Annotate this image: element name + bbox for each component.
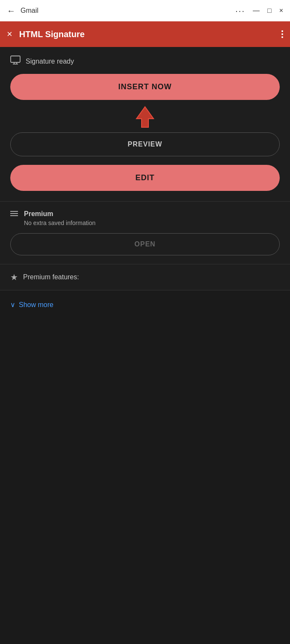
premium-section: Premium No extra saved information OPEN xyxy=(0,202,290,264)
more-options-icon[interactable]: ··· xyxy=(235,6,245,16)
preview-button[interactable]: PREVIEW xyxy=(10,132,280,156)
svg-rect-0 xyxy=(11,56,20,62)
star-icon: ★ xyxy=(10,272,18,282)
signature-status-text: Signature ready xyxy=(26,58,74,65)
premium-text-block: Premium No extra saved information xyxy=(24,210,95,226)
maximize-button[interactable]: □ xyxy=(267,7,272,15)
app-header-left: × HTML Signature xyxy=(7,29,85,40)
lines-icon xyxy=(10,211,18,216)
title-bar-title: Gmail xyxy=(21,7,230,15)
insert-now-button[interactable]: INSERT NOW xyxy=(10,74,280,100)
close-window-button[interactable]: × xyxy=(279,7,283,15)
signature-section: Signature ready INSERT NOW PREVIEW EDIT xyxy=(0,47,290,201)
premium-header: Premium No extra saved information xyxy=(10,210,280,226)
show-more-section: ∨ Show more xyxy=(0,290,290,461)
edit-button[interactable]: EDIT xyxy=(10,165,280,191)
main-content: Signature ready INSERT NOW PREVIEW EDIT … xyxy=(0,47,290,461)
chevron-down-icon: ∨ xyxy=(10,301,15,309)
svg-marker-4 xyxy=(136,107,154,127)
monitor-icon xyxy=(10,56,21,67)
back-button[interactable]: ← xyxy=(7,6,15,16)
header-menu-button[interactable] xyxy=(281,30,283,38)
show-more-text: Show more xyxy=(19,301,53,309)
signature-status: Signature ready xyxy=(10,56,280,67)
premium-features-text: Premium features: xyxy=(23,273,79,281)
header-close-button[interactable]: × xyxy=(7,29,12,40)
arrow-up-indicator xyxy=(10,104,280,130)
open-button[interactable]: OPEN xyxy=(10,233,280,255)
show-more-button[interactable]: ∨ Show more xyxy=(10,299,53,310)
title-bar: ← Gmail ··· — □ × xyxy=(0,0,290,21)
minimize-button[interactable]: — xyxy=(253,7,260,15)
app-header: × HTML Signature xyxy=(0,21,290,47)
premium-features-section: ★ Premium features: xyxy=(0,264,290,290)
premium-sub-text: No extra saved information xyxy=(24,220,95,226)
app-title: HTML Signature xyxy=(19,29,85,39)
premium-label: Premium xyxy=(24,210,95,218)
window-controls: ··· — □ × xyxy=(235,6,283,16)
